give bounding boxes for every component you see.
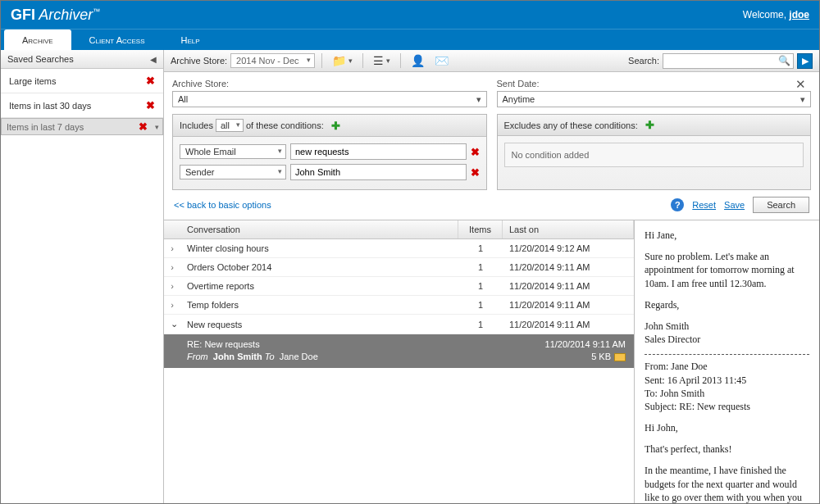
condition-field-select[interactable]: Sender (180, 165, 286, 179)
preview-header-from: From: Jane Doe (645, 360, 809, 373)
add-condition-icon[interactable]: ✚ (331, 120, 340, 132)
preview-line: Regards, (645, 298, 809, 311)
message-size-wrap: 5 KB (591, 352, 626, 361)
user-icon[interactable]: 👤 (408, 52, 428, 69)
condition-value-input[interactable] (290, 164, 467, 180)
grid-row[interactable]: ›Overtime reports111/20/2014 9:11 AM (164, 277, 634, 296)
search-icon[interactable]: 🔍 (778, 55, 790, 66)
logo-rest: Archiver (35, 7, 93, 23)
expand-icon[interactable]: › (164, 239, 180, 257)
search-input[interactable] (663, 53, 794, 69)
col-conversation[interactable]: Conversation (180, 220, 458, 238)
col-items[interactable]: Items (458, 220, 503, 238)
app-header: GFI Archiver™ Welcome, jdoe (1, 1, 819, 29)
remove-condition-icon[interactable]: ✖ (471, 166, 480, 179)
collapse-icon[interactable]: ◀ (150, 55, 157, 64)
grid-row[interactable]: ›Winter closing hours111/20/2014 9:12 AM (164, 239, 634, 258)
excludes-label: Excludes any of these conditions: (504, 120, 638, 130)
advanced-footer: << back to basic options ? Reset Save Se… (164, 192, 819, 220)
tab-client-access[interactable]: Client Access (71, 30, 163, 50)
grid-row[interactable]: ›Temp folders111/20/2014 9:11 AM (164, 296, 634, 315)
delete-icon[interactable]: ✖ (146, 99, 155, 111)
from-value: John Smith (213, 352, 262, 361)
expand-icon[interactable]: › (164, 258, 180, 276)
condition-value-input[interactable] (290, 143, 467, 160)
list-view-dropdown-icon[interactable]: ☰ (370, 52, 394, 69)
row-items: 1 (458, 316, 503, 334)
expand-icon[interactable]: › (164, 277, 180, 295)
delete-icon[interactable]: ✖ (139, 120, 148, 133)
saved-search-item[interactable]: Large items ✖ (1, 69, 163, 93)
includes-post: of these conditions: (246, 120, 324, 130)
grid-row[interactable]: ›Orders October 2014111/20/2014 9:11 AM (164, 258, 634, 277)
preview-header-sent: Sent: 16 April 2013 11:45 (645, 374, 809, 387)
close-icon[interactable]: ✕ (795, 77, 806, 92)
envelope-icon (614, 353, 626, 361)
preview-line: Hi John, (645, 421, 809, 434)
message-subject: RE: New requests (187, 339, 260, 349)
mail-icon[interactable]: ✉️ (431, 52, 452, 69)
no-condition-text: No condition added (504, 143, 804, 167)
row-items: 1 (458, 239, 503, 257)
includes-mode-select[interactable]: all (216, 119, 244, 132)
add-condition-icon[interactable]: ✚ (645, 119, 654, 131)
preview-header-to: To: John Smith (645, 387, 809, 400)
sidebar: Saved Searches ◀ Large items ✖ Items in … (1, 50, 164, 503)
includes-box: Includes all of these conditions: ✚ Whol… (172, 114, 487, 190)
folder-dropdown-icon[interactable]: 📁 (329, 52, 356, 69)
row-title: Winter closing hours (180, 239, 458, 257)
col-laston[interactable]: Last on (503, 220, 634, 238)
search-button[interactable]: Search (753, 197, 809, 213)
row-items: 1 (458, 296, 503, 314)
welcome-label: Welcome, (743, 9, 786, 20)
collapse-icon[interactable]: ⌄ (164, 315, 180, 334)
row-items: 1 (458, 277, 503, 295)
saved-searches-title: Saved Searches (7, 54, 74, 64)
welcome-block: Welcome, jdoe (743, 9, 809, 20)
grid-header: Conversation Items Last on (164, 220, 634, 239)
saved-search-label: Items in last 30 days (9, 101, 91, 111)
archive-store-label: Archive Store: (171, 56, 227, 66)
help-icon[interactable]: ? (671, 198, 684, 211)
logo-bold: GFI (11, 7, 35, 23)
tm-mark: ™ (93, 7, 100, 16)
message-row[interactable]: 11/20/2014 9:11 AM RE: New requests 5 KB… (164, 334, 634, 368)
message-time: 11/20/2014 9:11 AM (545, 339, 626, 349)
archive-store-select[interactable]: 2014 Nov - Dec (230, 53, 314, 68)
remove-condition-icon[interactable]: ✖ (471, 146, 480, 158)
results-grid: Conversation Items Last on ›Winter closi… (164, 220, 635, 503)
main-tabs: Archive Client Access Help (1, 29, 819, 50)
filter-sentdate-select[interactable]: Anytime (497, 91, 812, 107)
user-link[interactable]: jdoe (789, 9, 809, 20)
condition-row: Whole Email ✖ (180, 143, 480, 160)
back-to-basic-link[interactable]: << back to basic options (174, 200, 271, 210)
product-logo: GFI Archiver™ (11, 7, 100, 24)
grid-row[interactable]: ⌄New requests111/20/2014 9:11 AM (164, 315, 634, 334)
to-value: Jane Doe (280, 352, 318, 361)
row-items: 1 (458, 258, 503, 276)
save-link[interactable]: Save (724, 200, 745, 210)
preview-pane: Hi Jane, Sure no problem. Let's make an … (635, 220, 819, 503)
row-title: Overtime reports (180, 277, 458, 295)
reset-link[interactable]: Reset (692, 200, 716, 210)
saved-search-item[interactable]: Items in last 30 days ✖ (1, 93, 163, 118)
tab-archive[interactable]: Archive (4, 30, 71, 50)
expand-icon[interactable]: › (164, 296, 180, 314)
toolbar: Archive Store: 2014 Nov - Dec 📁 ☰ 👤 ✉️ S… (164, 50, 819, 72)
row-title: New requests (180, 316, 458, 334)
delete-icon[interactable]: ✖ (146, 75, 155, 87)
tab-help[interactable]: Help (163, 30, 218, 50)
condition-field-select[interactable]: Whole Email (180, 144, 286, 159)
filter-store-select[interactable]: All (172, 91, 487, 107)
row-last: 11/20/2014 9:11 AM (503, 277, 634, 295)
search-box: Search: 🔍 ▶ (628, 53, 813, 69)
excludes-box: Excludes any of these conditions: ✚ No c… (497, 114, 812, 190)
preview-line: In the meantime, I have finished the bud… (645, 464, 809, 503)
message-size: 5 KB (591, 352, 611, 361)
filter-store-label: Archive Store: (172, 79, 487, 89)
row-last: 11/20/2014 9:11 AM (503, 316, 634, 334)
filter-sentdate-label: Sent Date: (497, 79, 812, 89)
search-go-button[interactable]: ▶ (797, 53, 813, 69)
preview-line: Sure no problem. Let's make an appointme… (645, 250, 809, 290)
saved-search-item[interactable]: Items in last 7 days ✖ (1, 118, 163, 135)
